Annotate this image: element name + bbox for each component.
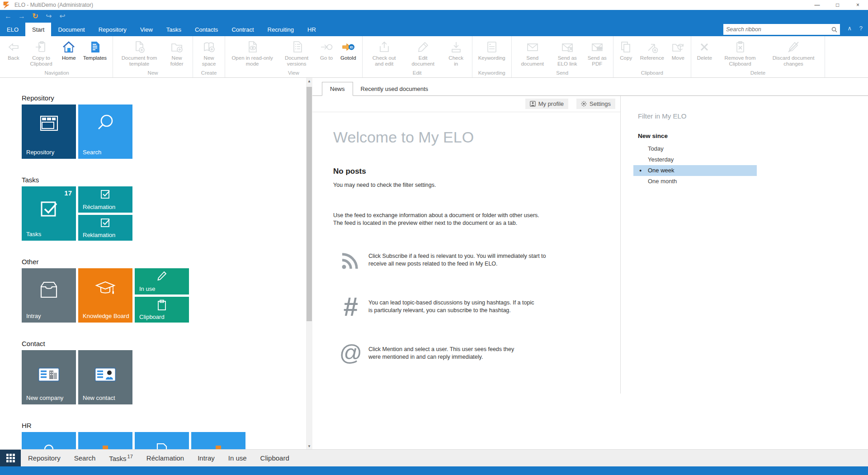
filter-option-one-month[interactable]: ●One month <box>633 176 757 187</box>
ribbon-item-reference: Reference <box>637 36 668 61</box>
welcome-heading: Welcome to My ELO <box>333 128 620 146</box>
tile-clipboard[interactable]: Clipboard <box>135 297 189 323</box>
taskbar-item-reclamation[interactable]: Réclamation <box>146 454 184 462</box>
ribbon-group-label: Clipboard <box>616 69 689 77</box>
tab-view[interactable]: View <box>133 23 160 36</box>
tab-contacts[interactable]: Contacts <box>188 23 225 36</box>
copy-icon <box>619 39 633 54</box>
ribbon-item-go-to: Go to <box>316 36 337 61</box>
tile-hr-3[interactable] <box>135 432 189 449</box>
tile-new-contact[interactable]: New contact <box>78 350 132 404</box>
selected-bullet-icon: ● <box>639 165 642 176</box>
taskbar-item-repository[interactable]: Repository <box>28 454 61 462</box>
tile-intray[interactable]: Intray <box>22 268 76 323</box>
tab-document[interactable]: Document <box>51 23 91 36</box>
minimize-button[interactable]: — <box>807 0 827 10</box>
ribbon-group-view: Open in read-only mode Document versions… <box>225 36 363 77</box>
discard-changes-icon <box>787 39 800 54</box>
send-pdf-icon: PDF <box>590 39 604 54</box>
read-only-icon <box>245 39 259 54</box>
ribbon-search-input[interactable] <box>723 26 831 33</box>
templates-icon <box>88 39 102 54</box>
tile-tasks[interactable]: 17 Tasks <box>22 186 76 241</box>
tab-recruiting[interactable]: Recruiting <box>261 23 301 36</box>
taskbar-item-in-use[interactable]: In use <box>228 454 247 462</box>
ribbon-group-new: Document from template New folder New <box>113 36 193 77</box>
move-icon <box>671 39 685 54</box>
reference-icon <box>645 39 659 54</box>
tile-pane-scrollbar[interactable]: ▲ ▼ <box>306 78 312 449</box>
ribbon-group-label: Keywording <box>475 69 509 77</box>
filter-panel: Filter in My ELO New since ●Today ●Yeste… <box>620 96 868 394</box>
ribbon-group-navigation: Back Copy to Clipboard Home Templates Na… <box>1 36 113 77</box>
tile-reklamation-de[interactable]: Reklamation <box>78 215 132 241</box>
new-space-icon <box>202 39 216 54</box>
pencil-icon <box>135 271 189 281</box>
tab-elo[interactable]: ELO <box>0 23 25 36</box>
help-icon[interactable]: ? <box>859 25 863 32</box>
tab-repository[interactable]: Repository <box>92 23 133 36</box>
collapse-ribbon-icon[interactable]: ∧ <box>847 25 852 32</box>
tab-tasks[interactable]: Tasks <box>160 23 188 36</box>
taskbar-item-search[interactable]: Search <box>74 454 96 462</box>
taskbar-item-tasks[interactable]: Tasks17 <box>109 454 133 462</box>
taskbar-item-intray[interactable]: Intray <box>198 454 215 462</box>
ribbon-search-box[interactable] <box>723 24 840 35</box>
taskbar-item-clipboard[interactable]: Clipboard <box>260 454 289 462</box>
tile-section-tasks: Tasks 17 Tasks Réclamation <box>22 176 306 241</box>
tile-menu-button[interactable] <box>0 450 21 467</box>
tab-start[interactable]: Start <box>25 23 51 36</box>
filter-option-yesterday[interactable]: ●Yesterday <box>633 154 757 165</box>
send-elo-link-icon <box>561 39 574 54</box>
tab-news[interactable]: News <box>322 82 353 96</box>
document-from-template-icon <box>132 39 146 54</box>
tile-section-hr: HR <box>22 422 306 449</box>
no-posts-hint: You may need to check the filter setting… <box>333 182 620 188</box>
scroll-up-icon[interactable]: ▲ <box>306 78 312 84</box>
scroll-down-icon[interactable]: ▼ <box>306 443 312 449</box>
ribbon-group-keywording: Keywording Keywording <box>472 36 512 77</box>
tab-recently-used-documents[interactable]: Recently used documents <box>353 82 436 95</box>
refresh-icon[interactable]: ↻ <box>31 13 40 20</box>
ribbon-item-templates[interactable]: Templates <box>80 36 110 61</box>
back-arrow-icon: ← <box>4 13 13 20</box>
copy-to-clipboard-icon <box>34 39 48 54</box>
tile-reclamation-fr[interactable]: Réclamation <box>78 186 132 213</box>
tab-contract[interactable]: Contract <box>225 23 260 36</box>
tile-repository[interactable]: Repository <box>22 104 76 159</box>
tile-hr-4[interactable] <box>191 432 245 449</box>
ribbon-item-home[interactable]: Home <box>58 36 80 61</box>
ribbon-group-clipboard: Copy Reference Move Clipboard <box>613 36 691 77</box>
tile-in-use[interactable]: In use <box>135 268 189 294</box>
filter-option-one-week[interactable]: ●One week <box>633 165 757 176</box>
maximize-button[interactable]: □ <box>827 0 848 10</box>
settings-button[interactable]: Settings <box>576 99 615 109</box>
tile-hr-1[interactable] <box>22 432 76 449</box>
filter-option-today[interactable]: ●Today <box>633 143 757 154</box>
tasks-count-badge: 17 <box>64 189 72 197</box>
section-title: Contact <box>22 340 306 348</box>
tile-search[interactable]: Search <box>78 104 132 159</box>
tile-section-other: Other Intray Knowledge Board In <box>22 258 306 323</box>
tab-hr[interactable]: HR <box>301 23 323 36</box>
tile-hr-2[interactable] <box>78 432 132 449</box>
send-document-icon <box>526 39 539 54</box>
tile-new-company[interactable]: New company <box>22 350 76 404</box>
ribbon-item-goto-id[interactable]: ID GotoId <box>337 36 360 61</box>
my-profile-button[interactable]: My profile <box>525 99 568 109</box>
section-title: Repository <box>22 94 306 102</box>
ribbon-group-label: Navigation <box>3 69 110 77</box>
undo-icon: ↩ <box>58 13 67 20</box>
new-folder-icon <box>170 39 184 54</box>
ribbon-item-send-elo-link: Send as ELO link <box>551 36 584 67</box>
ribbon-item-copy: Copy <box>616 36 637 61</box>
delete-icon <box>698 39 711 54</box>
check-in-icon <box>449 39 463 54</box>
ribbon-item-check-out: Check out and edit <box>365 36 404 67</box>
document-versions-icon <box>290 39 303 54</box>
tile-knowledge-board[interactable]: Knowledge Board <box>78 268 132 323</box>
scrollbar-thumb[interactable] <box>307 87 312 321</box>
close-button[interactable]: × <box>848 0 868 10</box>
search-icon <box>78 111 132 134</box>
section-title: Other <box>22 258 306 266</box>
